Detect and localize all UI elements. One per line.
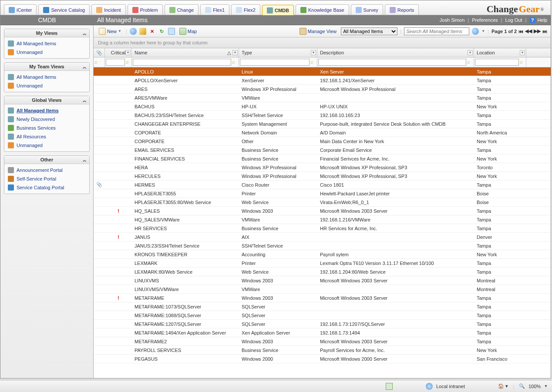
- nav-self-service-portal[interactable]: Self-Service Portal: [7, 174, 87, 183]
- tab-service-catalog[interactable]: Service Catalog: [38, 4, 90, 15]
- filter-type[interactable]: [240, 59, 310, 66]
- group-by-bar[interactable]: Drag a column header here to group by th…: [94, 37, 551, 48]
- tab-icenter[interactable]: iCenter: [4, 4, 37, 15]
- filter-critical[interactable]: [106, 59, 125, 66]
- table-row[interactable]: HPLASERJET3055:80/Web ServiceWeb Service…: [94, 198, 551, 207]
- table-row[interactable]: FINANCIAL SERVICESBusiness ServiceFinanc…: [94, 154, 551, 163]
- prev-page-button[interactable]: ◀◀: [525, 28, 532, 34]
- view-select[interactable]: All Managed Items: [341, 27, 397, 35]
- table-row[interactable]: APOLLO/XenServerXenServer192.168.1.241/X…: [94, 76, 551, 85]
- nav-newly-discovered[interactable]: Newly Discovered: [7, 115, 87, 124]
- table-row[interactable]: LEXMARK:80/Web ServiceWeb Service192.168…: [94, 268, 551, 276]
- nav-all-managed-items[interactable]: All Managed Items: [7, 39, 87, 48]
- panel-header[interactable]: My Views︽: [4, 29, 89, 37]
- table-row[interactable]: METAFRAME:1207/SQLServerSQLServer192.168…: [94, 320, 551, 328]
- tab-flex2[interactable]: Flex2: [231, 4, 260, 15]
- table-row[interactable]: HR SERVICESBusiness ServiceHR Services f…: [94, 224, 551, 233]
- table-row[interactable]: !HQ_SALESWindows 2003Microsoft Windows 2…: [94, 207, 551, 215]
- zoom-icon[interactable]: 🔍: [519, 383, 525, 389]
- table-row[interactable]: BACHUSHP-UXHP-UX UNIXNew York: [94, 102, 551, 111]
- popup-blocked-icon[interactable]: [386, 383, 393, 390]
- first-page-button[interactable]: ⏮: [518, 29, 523, 34]
- delete-icon[interactable]: ✕: [149, 28, 156, 35]
- col-location[interactable]: Location▾: [474, 48, 526, 57]
- table-row[interactable]: METAFRAME:1088/SQLServerSQLServerTampa: [94, 311, 551, 320]
- table-row[interactable]: METAFRAME2Windows 2003Microsoft Windows …: [94, 337, 551, 346]
- table-row[interactable]: LINUXVMSWindows 2003Microsoft Windows 20…: [94, 276, 551, 285]
- next-page-button[interactable]: ▶▶: [534, 28, 541, 34]
- tab-cmdb[interactable]: CMDB: [262, 5, 294, 15]
- tab-survey[interactable]: Survey: [351, 4, 383, 15]
- preferences-link[interactable]: Preferences: [472, 17, 498, 23]
- filter-name[interactable]: [133, 59, 231, 66]
- collapse-icon[interactable]: ︽: [83, 31, 87, 37]
- filter-icon[interactable]: ⌕: [126, 59, 131, 65]
- nav-unmanaged[interactable]: Unmanaged: [7, 48, 87, 57]
- nav-all-managed-items[interactable]: All Managed Items: [7, 106, 87, 115]
- table-row[interactable]: BACHUS:23/SSH/Telnet ServiceSSH/Telnet S…: [94, 111, 551, 120]
- new-button[interactable]: New▼: [97, 27, 123, 36]
- collapse-icon[interactable]: ︽: [83, 64, 87, 70]
- help-icon[interactable]: ?: [529, 17, 535, 23]
- tab-knowledge-base[interactable]: Knowledge Base: [296, 4, 349, 15]
- table-row[interactable]: METAFRAME:1073/SQLServerSQLServerTampa: [94, 302, 551, 311]
- edit-icon[interactable]: [139, 28, 146, 35]
- table-row[interactable]: ARES/VMWareVMWareTampa: [94, 94, 551, 102]
- map-button[interactable]: Map: [178, 27, 199, 36]
- table-row[interactable]: ARESWindows XP ProfessionalMicrosoft Win…: [94, 85, 551, 94]
- zoom-level[interactable]: 100%: [528, 384, 541, 389]
- table-row[interactable]: HERCULESWindows XP ProfessionalMicrosoft…: [94, 172, 551, 181]
- tab-flex1[interactable]: Flex1: [200, 4, 229, 15]
- filter-icon[interactable]: ⌕: [94, 59, 101, 65]
- tab-incident[interactable]: Incident: [91, 4, 126, 15]
- nav-unmanaged[interactable]: Unmanaged: [7, 81, 87, 90]
- logout-link[interactable]: Log Out: [505, 17, 522, 23]
- data-grid[interactable]: APOLLOLinuxXen ServerTampaAPOLLO/XenServ…: [94, 67, 551, 378]
- panel-header[interactable]: Global Views︽: [4, 96, 89, 104]
- search-go-icon[interactable]: [472, 28, 479, 35]
- filter-icon[interactable]: ⌕: [232, 59, 238, 65]
- table-row[interactable]: !JANUSAIXDenver: [94, 233, 551, 241]
- col-attachment[interactable]: 📎: [94, 48, 105, 57]
- col-critical[interactable]: Critical▾: [105, 48, 132, 57]
- table-row[interactable]: EMAIL SERVICESBusiness ServiceCorporate …: [94, 146, 551, 154]
- table-row[interactable]: APOLLOLinuxXen ServerTampa: [94, 67, 551, 76]
- table-row[interactable]: LINUXVMS/VMWareVMWareMontreal: [94, 285, 551, 294]
- nav-business-services[interactable]: Business Services: [7, 124, 87, 132]
- refresh-icon[interactable]: ↻: [158, 28, 165, 35]
- table-row[interactable]: LEXMARKPrinterLexmark Optra T610 Version…: [94, 259, 551, 268]
- col-name[interactable]: Name△▾: [132, 48, 239, 57]
- collapse-icon[interactable]: ︽: [83, 157, 87, 163]
- export-icon[interactable]: [168, 28, 175, 35]
- filter-icon[interactable]: ⌕: [310, 59, 316, 65]
- table-row[interactable]: HERAWindows XP ProfessionalMicrosoft Win…: [94, 163, 551, 172]
- last-page-button[interactable]: ⏭: [542, 29, 547, 34]
- table-row[interactable]: KRONOS TIMEKEEPERAccountingPayroll sytem…: [94, 250, 551, 259]
- collapse-icon[interactable]: ︽: [83, 98, 87, 104]
- nav-announcement-portal[interactable]: Announcement Portal: [7, 166, 87, 174]
- tab-change[interactable]: Change: [165, 4, 199, 15]
- nav-unmanaged[interactable]: Unmanaged: [7, 141, 87, 150]
- manage-view-button[interactable]: Manage View: [298, 27, 338, 36]
- filter-description[interactable]: [318, 59, 466, 66]
- help-link[interactable]: Help: [537, 17, 547, 23]
- col-description[interactable]: Description▾: [317, 48, 474, 57]
- tab-problem[interactable]: Problem: [128, 4, 163, 15]
- table-row[interactable]: !METAFRAMEWindows 2003Microsoft Windows …: [94, 294, 551, 302]
- nav-service-catalog-portal[interactable]: Service Catalog Portal: [7, 183, 87, 192]
- protected-mode-icon[interactable]: 🏠 ▾: [498, 383, 508, 389]
- filter-location[interactable]: [475, 59, 519, 66]
- panel-header[interactable]: My Team Views︽: [4, 63, 89, 71]
- search-input[interactable]: [404, 27, 469, 35]
- table-row[interactable]: 📎HERMESCisco RouterCisco 1801Tampa: [94, 181, 551, 189]
- tab-reports[interactable]: Reports: [385, 4, 419, 15]
- table-row[interactable]: JANUS:23/SSH/Telnet ServiceSSH/Telnet Se…: [94, 241, 551, 250]
- user-link[interactable]: Josh Simon: [440, 17, 464, 23]
- panel-header[interactable]: Other︽: [4, 156, 89, 164]
- table-row[interactable]: METAFRAME:1494/Xen Application ServerXen…: [94, 328, 551, 337]
- table-row[interactable]: PEGASUSWindows 2000Microsoft Windows 200…: [94, 355, 551, 363]
- filter-icon[interactable]: ⌕: [520, 59, 525, 65]
- filter-icon[interactable]: ⌕: [467, 59, 473, 65]
- table-row[interactable]: HPLASERJET3055PrinterHewlett-Packard Las…: [94, 189, 551, 198]
- table-row[interactable]: PAYROLL SERVICESBusiness ServicePayroll …: [94, 346, 551, 355]
